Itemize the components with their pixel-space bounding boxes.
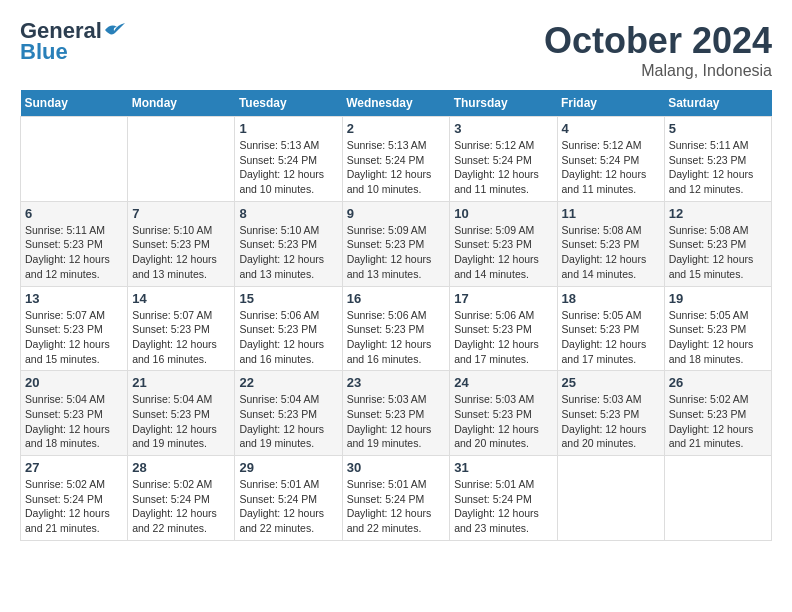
day-info: Sunrise: 5:09 AM Sunset: 5:23 PM Dayligh… — [347, 223, 446, 282]
day-info: Sunrise: 5:04 AM Sunset: 5:23 PM Dayligh… — [132, 392, 230, 451]
calendar-cell: 5Sunrise: 5:11 AM Sunset: 5:23 PM Daylig… — [664, 117, 771, 202]
calendar-cell: 20Sunrise: 5:04 AM Sunset: 5:23 PM Dayli… — [21, 371, 128, 456]
calendar-cell: 15Sunrise: 5:06 AM Sunset: 5:23 PM Dayli… — [235, 286, 342, 371]
calendar-table: SundayMondayTuesdayWednesdayThursdayFrid… — [20, 90, 772, 541]
calendar-cell: 30Sunrise: 5:01 AM Sunset: 5:24 PM Dayli… — [342, 456, 450, 541]
calendar-cell — [557, 456, 664, 541]
header-day-tuesday: Tuesday — [235, 90, 342, 117]
calendar-cell — [128, 117, 235, 202]
header-day-saturday: Saturday — [664, 90, 771, 117]
calendar-cell: 26Sunrise: 5:02 AM Sunset: 5:23 PM Dayli… — [664, 371, 771, 456]
week-row-1: 1Sunrise: 5:13 AM Sunset: 5:24 PM Daylig… — [21, 117, 772, 202]
day-number: 8 — [239, 206, 337, 221]
day-info: Sunrise: 5:11 AM Sunset: 5:23 PM Dayligh… — [669, 138, 767, 197]
day-number: 29 — [239, 460, 337, 475]
day-info: Sunrise: 5:01 AM Sunset: 5:24 PM Dayligh… — [454, 477, 552, 536]
day-info: Sunrise: 5:06 AM Sunset: 5:23 PM Dayligh… — [454, 308, 552, 367]
day-info: Sunrise: 5:01 AM Sunset: 5:24 PM Dayligh… — [347, 477, 446, 536]
calendar-cell: 19Sunrise: 5:05 AM Sunset: 5:23 PM Dayli… — [664, 286, 771, 371]
day-info: Sunrise: 5:05 AM Sunset: 5:23 PM Dayligh… — [562, 308, 660, 367]
day-number: 17 — [454, 291, 552, 306]
calendar-cell: 12Sunrise: 5:08 AM Sunset: 5:23 PM Dayli… — [664, 201, 771, 286]
calendar-cell — [21, 117, 128, 202]
header-day-monday: Monday — [128, 90, 235, 117]
day-info: Sunrise: 5:02 AM Sunset: 5:24 PM Dayligh… — [132, 477, 230, 536]
calendar-cell: 1Sunrise: 5:13 AM Sunset: 5:24 PM Daylig… — [235, 117, 342, 202]
week-row-2: 6Sunrise: 5:11 AM Sunset: 5:23 PM Daylig… — [21, 201, 772, 286]
day-number: 20 — [25, 375, 123, 390]
day-number: 16 — [347, 291, 446, 306]
day-info: Sunrise: 5:10 AM Sunset: 5:23 PM Dayligh… — [239, 223, 337, 282]
day-info: Sunrise: 5:01 AM Sunset: 5:24 PM Dayligh… — [239, 477, 337, 536]
day-info: Sunrise: 5:06 AM Sunset: 5:23 PM Dayligh… — [347, 308, 446, 367]
calendar-cell: 22Sunrise: 5:04 AM Sunset: 5:23 PM Dayli… — [235, 371, 342, 456]
day-info: Sunrise: 5:04 AM Sunset: 5:23 PM Dayligh… — [25, 392, 123, 451]
day-number: 3 — [454, 121, 552, 136]
calendar-cell: 27Sunrise: 5:02 AM Sunset: 5:24 PM Dayli… — [21, 456, 128, 541]
day-number: 30 — [347, 460, 446, 475]
logo-blue-text: Blue — [20, 41, 68, 63]
calendar-cell: 9Sunrise: 5:09 AM Sunset: 5:23 PM Daylig… — [342, 201, 450, 286]
calendar-cell: 21Sunrise: 5:04 AM Sunset: 5:23 PM Dayli… — [128, 371, 235, 456]
day-number: 19 — [669, 291, 767, 306]
calendar-cell: 6Sunrise: 5:11 AM Sunset: 5:23 PM Daylig… — [21, 201, 128, 286]
header-day-wednesday: Wednesday — [342, 90, 450, 117]
day-number: 27 — [25, 460, 123, 475]
day-info: Sunrise: 5:03 AM Sunset: 5:23 PM Dayligh… — [562, 392, 660, 451]
calendar-cell: 14Sunrise: 5:07 AM Sunset: 5:23 PM Dayli… — [128, 286, 235, 371]
day-number: 12 — [669, 206, 767, 221]
day-number: 13 — [25, 291, 123, 306]
day-number: 5 — [669, 121, 767, 136]
logo-bird-icon — [103, 21, 125, 39]
header-day-sunday: Sunday — [21, 90, 128, 117]
month-year: October 2024 — [544, 20, 772, 62]
calendar-cell: 7Sunrise: 5:10 AM Sunset: 5:23 PM Daylig… — [128, 201, 235, 286]
day-info: Sunrise: 5:07 AM Sunset: 5:23 PM Dayligh… — [132, 308, 230, 367]
calendar-cell: 11Sunrise: 5:08 AM Sunset: 5:23 PM Dayli… — [557, 201, 664, 286]
day-info: Sunrise: 5:13 AM Sunset: 5:24 PM Dayligh… — [347, 138, 446, 197]
day-number: 7 — [132, 206, 230, 221]
day-number: 15 — [239, 291, 337, 306]
week-row-4: 20Sunrise: 5:04 AM Sunset: 5:23 PM Dayli… — [21, 371, 772, 456]
day-number: 1 — [239, 121, 337, 136]
day-info: Sunrise: 5:12 AM Sunset: 5:24 PM Dayligh… — [562, 138, 660, 197]
day-number: 9 — [347, 206, 446, 221]
calendar-cell: 18Sunrise: 5:05 AM Sunset: 5:23 PM Dayli… — [557, 286, 664, 371]
week-row-5: 27Sunrise: 5:02 AM Sunset: 5:24 PM Dayli… — [21, 456, 772, 541]
calendar-cell: 31Sunrise: 5:01 AM Sunset: 5:24 PM Dayli… — [450, 456, 557, 541]
day-info: Sunrise: 5:02 AM Sunset: 5:23 PM Dayligh… — [669, 392, 767, 451]
day-number: 24 — [454, 375, 552, 390]
day-number: 2 — [347, 121, 446, 136]
day-number: 10 — [454, 206, 552, 221]
day-number: 6 — [25, 206, 123, 221]
day-info: Sunrise: 5:06 AM Sunset: 5:23 PM Dayligh… — [239, 308, 337, 367]
day-info: Sunrise: 5:12 AM Sunset: 5:24 PM Dayligh… — [454, 138, 552, 197]
day-info: Sunrise: 5:10 AM Sunset: 5:23 PM Dayligh… — [132, 223, 230, 282]
calendar-cell: 23Sunrise: 5:03 AM Sunset: 5:23 PM Dayli… — [342, 371, 450, 456]
month-title: October 2024 Malang, Indonesia — [544, 20, 772, 80]
calendar-body: 1Sunrise: 5:13 AM Sunset: 5:24 PM Daylig… — [21, 117, 772, 541]
calendar-cell: 17Sunrise: 5:06 AM Sunset: 5:23 PM Dayli… — [450, 286, 557, 371]
day-number: 21 — [132, 375, 230, 390]
location: Malang, Indonesia — [544, 62, 772, 80]
day-number: 14 — [132, 291, 230, 306]
calendar-cell: 2Sunrise: 5:13 AM Sunset: 5:24 PM Daylig… — [342, 117, 450, 202]
header-day-thursday: Thursday — [450, 90, 557, 117]
day-number: 25 — [562, 375, 660, 390]
header-day-friday: Friday — [557, 90, 664, 117]
calendar-cell: 25Sunrise: 5:03 AM Sunset: 5:23 PM Dayli… — [557, 371, 664, 456]
day-number: 22 — [239, 375, 337, 390]
day-number: 18 — [562, 291, 660, 306]
day-info: Sunrise: 5:03 AM Sunset: 5:23 PM Dayligh… — [347, 392, 446, 451]
day-info: Sunrise: 5:13 AM Sunset: 5:24 PM Dayligh… — [239, 138, 337, 197]
day-info: Sunrise: 5:07 AM Sunset: 5:23 PM Dayligh… — [25, 308, 123, 367]
week-row-3: 13Sunrise: 5:07 AM Sunset: 5:23 PM Dayli… — [21, 286, 772, 371]
day-info: Sunrise: 5:03 AM Sunset: 5:23 PM Dayligh… — [454, 392, 552, 451]
day-info: Sunrise: 5:08 AM Sunset: 5:23 PM Dayligh… — [562, 223, 660, 282]
calendar-cell: 24Sunrise: 5:03 AM Sunset: 5:23 PM Dayli… — [450, 371, 557, 456]
day-info: Sunrise: 5:02 AM Sunset: 5:24 PM Dayligh… — [25, 477, 123, 536]
day-number: 23 — [347, 375, 446, 390]
calendar-cell — [664, 456, 771, 541]
day-number: 28 — [132, 460, 230, 475]
calendar-cell: 13Sunrise: 5:07 AM Sunset: 5:23 PM Dayli… — [21, 286, 128, 371]
